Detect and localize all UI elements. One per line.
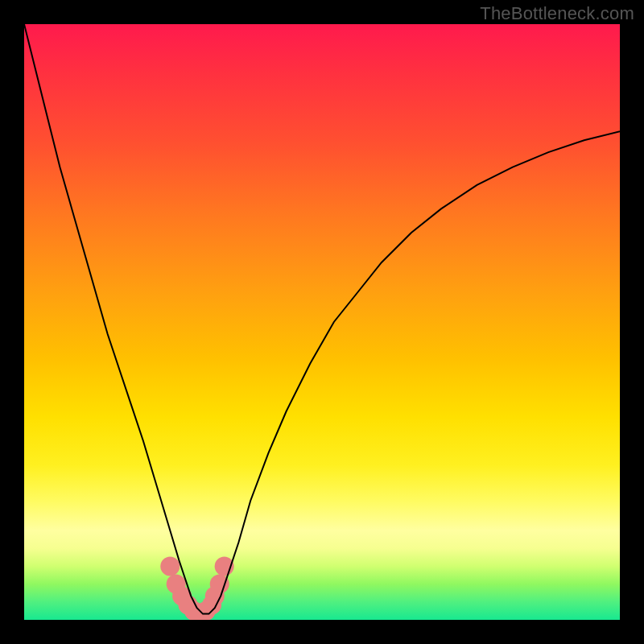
trough-dot bbox=[160, 556, 180, 576]
bottleneck-curve bbox=[24, 24, 620, 614]
chart-area bbox=[24, 24, 620, 620]
chart-svg bbox=[24, 24, 620, 620]
watermark-text: TheBottleneck.com bbox=[480, 3, 634, 24]
